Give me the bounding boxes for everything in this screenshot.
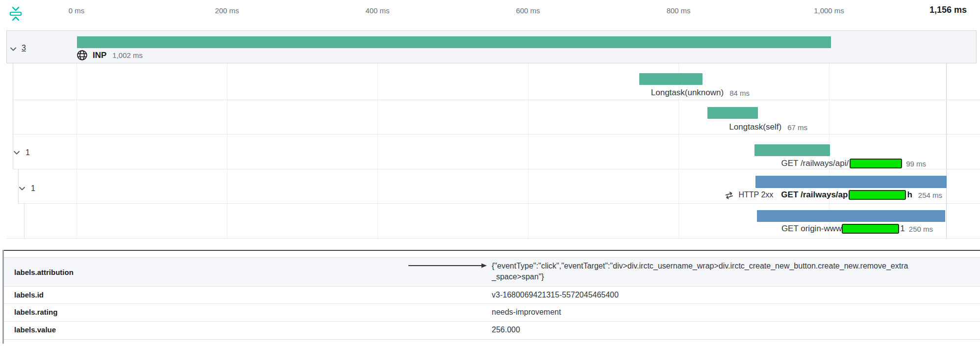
redaction-box [849,190,906,200]
detail-value-line: _space>span"} [492,271,972,282]
longtask-unknown-label[interactable]: Longtask(unknown) 84 ms [651,88,750,98]
detail-row-id: labels.id v3-1680069421315-5572045465400 [4,287,980,303]
get-origin-bar[interactable] [757,210,945,222]
longtask-self-label[interactable]: Longtask(self) 67 ms [729,122,807,132]
span-name-tail: 1 [900,224,905,234]
tick-label-200ms: 200 ms [215,6,239,15]
span-duration: 84 ms [729,89,750,97]
tick-label-600ms: 600 ms [516,6,540,15]
detail-row-value: labels.value 256.000 [4,322,980,339]
chevron-down-icon[interactable] [9,45,17,53]
detail-value: 256.000 [492,325,520,335]
detail-key: labels.attribution [14,268,74,276]
row-divider [18,203,980,204]
span-duration: 99 ms [906,160,926,168]
chevron-down-icon[interactable] [13,149,21,157]
detail-panel-top-border [2,250,980,251]
inp-span-label[interactable]: INP 1,002 ms [76,50,143,61]
child-count-link[interactable]: 1 [25,148,30,157]
detail-value: v3-1680069421315-5572045465400 [492,290,619,300]
span-name: GET /railways/ap [781,190,848,200]
row-divider [13,169,980,169]
detail-row-rating: labels.rating needs-improvement [4,304,980,321]
span-name: Longtask(unknown) [651,88,724,98]
transfer-arrows-icon: ⇄ [724,190,734,201]
collapse-rows-button[interactable] [8,5,24,22]
longtask-self-bar[interactable] [707,107,758,119]
http-get-label[interactable]: ⇄ HTTP 2xx GET /railways/ap h 254 ms [725,190,942,200]
redaction-box [842,224,899,234]
span-name: Longtask(self) [729,122,781,132]
get-origin-label[interactable]: GET origin-www 1 250 ms [781,224,933,234]
tree-indent-guide [24,203,25,238]
row-divider [13,134,980,135]
span-name-tail: h [907,190,912,200]
span-row-inp[interactable]: 3 INP 1,002 ms [6,30,977,63]
globe-icon [76,50,88,61]
detail-value: {"eventType":"click","eventTarget":"div>… [492,261,972,282]
span-name: GET origin-www [781,224,842,234]
span-name: GET /railways/api/ [781,159,849,168]
detail-row-attribution: labels.attribution {"eventType":"click",… [4,258,980,286]
span-duration: 250 ms [909,225,933,233]
longtask-unknown-bar[interactable] [639,73,703,85]
trace-waterfall-view: 0 ms 200 ms 400 ms 600 ms 800 ms 1,000 m… [0,0,980,352]
tick-label-400ms: 400 ms [365,6,389,15]
tick-label-1000ms: 1,000 ms [814,6,844,15]
http-status-badge: HTTP 2xx [739,190,774,199]
tick-label-0ms: 0 ms [69,6,85,15]
detail-value-line: {"eventType":"click","eventTarget":"div>… [492,261,972,271]
detail-key: labels.value [14,325,56,334]
gridline-trace-end [946,63,947,238]
get-api-bar[interactable] [754,144,830,156]
waterfall-bottom-border [6,238,980,239]
annotation-arrow-icon [408,262,488,270]
span-duration: 254 ms [918,191,942,199]
http-get-bar[interactable] [755,176,947,188]
child-count-link[interactable]: 3 [22,44,26,53]
detail-key: labels.rating [14,308,57,316]
span-duration: 67 ms [787,123,807,132]
detail-panel-bottom-border [4,339,980,340]
redaction-box [850,159,902,168]
inp-span-bar[interactable] [77,36,831,48]
detail-value: needs-improvement [492,307,561,318]
chevron-down-icon[interactable] [18,185,26,192]
child-count-link[interactable]: 1 [31,184,35,193]
detail-key: labels.id [14,291,44,299]
tick-label-800ms: 800 ms [666,6,690,15]
collapse-vertical-icon [8,5,24,22]
row-divider [13,100,980,100]
span-name: INP [93,51,106,60]
get-api-label[interactable]: GET /railways/api/ 99 ms [781,159,926,168]
total-duration-label: 1,156 ms [930,5,967,15]
span-duration: 1,002 ms [112,51,143,59]
